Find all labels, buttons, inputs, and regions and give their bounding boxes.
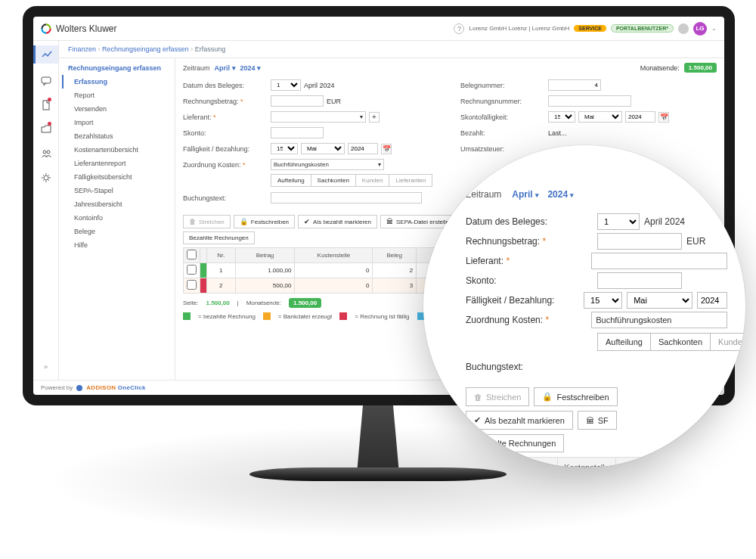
mag-input-due-year[interactable] — [697, 292, 727, 309]
tab-kunden[interactable]: Kunden — [356, 175, 390, 186]
tab-sachkonten[interactable]: Sachkonten — [311, 175, 356, 186]
lbl-lieferant: Lieferant: * — [183, 113, 268, 121]
sidebar-item-faelligkeit[interactable]: Fälligkeitsübersicht — [62, 170, 175, 184]
sidebar-item-report[interactable]: Report — [62, 89, 175, 102]
sidebar-item-erfassung[interactable]: Erfassung — [62, 75, 175, 89]
sidebar-item-jahresuebersicht[interactable]: Jahresübersicht — [62, 197, 175, 211]
mag-sel-cost[interactable]: Buchführungskosten — [591, 312, 727, 328]
calendar-icon-2[interactable]: 📅 — [658, 112, 669, 123]
sidebar-item-kontoinfo[interactable]: Kontoinfo — [62, 211, 175, 225]
chk-row-1[interactable] — [187, 265, 197, 275]
me-label: Monatsende: — [246, 300, 281, 306]
sel-zuordnung[interactable]: Buchführungskosten▾ — [271, 159, 384, 170]
nav-chat-icon[interactable] — [39, 74, 53, 88]
badge-service: SERVICE — [574, 25, 606, 32]
mag-tab-aufteilung[interactable]: Aufteilung — [598, 334, 651, 350]
me-amt: 1.500,00 — [289, 298, 321, 308]
nav-users-icon[interactable] — [39, 147, 53, 160]
mag-table: Nr. Betrag Kostenstelle Beleg Rechnungsn… — [466, 457, 736, 467]
sidebar-item-sepa-stapel[interactable]: SEPA-Stapel — [62, 184, 175, 197]
period-row: Zeitraum April ▾ 2024 ▾ Monatsende: 1.50… — [183, 63, 717, 73]
calendar-icon[interactable]: 📅 — [381, 144, 392, 154]
avatar-small — [678, 23, 689, 34]
btn-festschreiben[interactable]: 🔒Festschreiben — [234, 215, 295, 228]
sel-due-month[interactable]: Mai — [301, 143, 345, 154]
input-due-year[interactable] — [348, 143, 378, 154]
svg-point-2 — [43, 151, 46, 154]
period-month[interactable]: April ▾ — [215, 64, 236, 72]
chevron-down-icon[interactable]: ⌄ — [711, 25, 717, 32]
bank-icon: 🏛 — [386, 218, 393, 225]
mag-chk-all[interactable] — [472, 461, 482, 467]
nav-folder-icon[interactable] — [39, 123, 53, 136]
input-skonto[interactable] — [271, 127, 324, 138]
sidebar-expand-icon[interactable]: » — [39, 360, 53, 374]
lbl-rechnungsbetrag: Rechnungsbetrag: * — [183, 98, 268, 105]
tab-aufteilung[interactable]: Aufteilung — [271, 175, 311, 186]
avatar[interactable]: LG — [693, 22, 707, 36]
tab-lieferanten[interactable]: Lieferanten — [389, 175, 432, 186]
input-rechnungsbetrag[interactable] — [271, 95, 324, 107]
sidebar-item-lieferantenreport[interactable]: Lieferantenreport — [62, 157, 175, 170]
lock-icon: 🔒 — [542, 392, 553, 402]
mag-btn-festschreiben[interactable]: 🔒Festschreiben — [534, 387, 617, 406]
page-amt: 1.500,00 — [206, 300, 229, 306]
check-icon: ✔ — [304, 218, 310, 225]
sel-due-day[interactable]: 15 — [271, 143, 298, 154]
mag-sel-due-day[interactable]: 15 — [584, 292, 622, 309]
chk-all[interactable] — [187, 250, 197, 259]
mag-input-amount[interactable] — [597, 233, 682, 250]
period-year[interactable]: 2024 ▾ — [240, 64, 262, 72]
user-line: Lorenz GmbH Lorenz | Lorenz GmbH — [469, 25, 569, 32]
input-sf-year[interactable] — [625, 111, 655, 123]
lbl-beleg-datum: Datum des Beleges: — [183, 82, 268, 89]
svg-point-5 — [76, 385, 82, 391]
input-belegnr[interactable] — [548, 79, 601, 91]
sidebar-item-hilfe[interactable]: Hilfe — [62, 238, 175, 252]
bc-finanzen[interactable]: Finanzen — [68, 45, 96, 53]
sel-sf-day[interactable]: 15 — [548, 111, 575, 123]
chk-row-2[interactable] — [187, 280, 197, 290]
val-bezahlt: Last... — [548, 129, 567, 137]
svg-point-3 — [47, 151, 50, 154]
sidebar-item-bezahlstatus[interactable]: Bezahlstatus — [62, 129, 175, 143]
btn-bezahlte[interactable]: Bezahlte Rechnungen — [183, 231, 255, 244]
mag-btn-streichen[interactable]: 🗑Streichen — [466, 387, 529, 406]
mag-input-skonto[interactable] — [597, 272, 682, 289]
lbl-umsatzsteuer: Umsatzsteuer: — [460, 145, 545, 153]
lbl-belegnr: Belegnummer: — [460, 82, 545, 89]
sidebar-item-import[interactable]: Import — [62, 116, 175, 129]
wolters-kluwer-logo-icon — [41, 23, 51, 34]
check-icon: ✔ — [474, 415, 481, 425]
sidebar-item-kostenarten[interactable]: Kostenartenübersicht — [62, 143, 175, 157]
sel-sf-month[interactable]: Mai — [578, 111, 622, 123]
mag-tab-sachkonten[interactable]: Sachkonten — [651, 334, 711, 350]
mag-sel-day[interactable]: 1 — [597, 213, 640, 230]
sidebar-item-belege[interactable]: Belege — [62, 225, 175, 238]
bc-rechnungseingang[interactable]: Rechnungseingang erfassen — [102, 45, 189, 53]
nav-document-icon[interactable] — [39, 98, 53, 112]
mag-tab-kunden[interactable]: Kunden — [711, 334, 745, 350]
mag-btn-bezahlte[interactable]: Bezahlte Rechnungen — [466, 434, 564, 452]
nav-settings-icon[interactable] — [39, 171, 53, 185]
month-end-label: Monatsende: — [640, 64, 680, 72]
mag-sel-supplier[interactable] — [591, 253, 727, 269]
sel-lieferant[interactable]: ▾ — [271, 111, 366, 123]
sidebar-item-versenden[interactable]: Versenden — [62, 102, 175, 116]
mag-btn-als-bezahlt[interactable]: ✔Als bezahlt markieren — [466, 411, 573, 430]
help-icon[interactable]: ? — [454, 23, 464, 34]
trash-icon: 🗑 — [189, 218, 196, 225]
lbl-buchungstext: Buchungstext: — [183, 194, 268, 202]
mag-btn-sepa[interactable]: 🏛SF — [578, 411, 617, 430]
nav-finance-icon[interactable] — [33, 45, 58, 64]
svg-rect-1 — [43, 101, 49, 110]
input-buchungstext[interactable] — [271, 192, 422, 203]
btn-streichen[interactable]: 🗑Streichen — [183, 215, 231, 228]
btn-lieferant-add[interactable]: + — [369, 112, 380, 123]
btn-als-bezahlt[interactable]: ✔Als bezahlt markieren — [298, 215, 377, 228]
input-rechnungsnr[interactable] — [548, 95, 631, 107]
breadcrumb: Finanzen › Rechnungseingang erfassen › E… — [59, 41, 724, 58]
mag-sel-due-month[interactable]: Mai — [627, 292, 692, 309]
period-label: Zeitraum — [183, 64, 210, 72]
sel-beleg-day[interactable]: 1 — [271, 79, 301, 91]
